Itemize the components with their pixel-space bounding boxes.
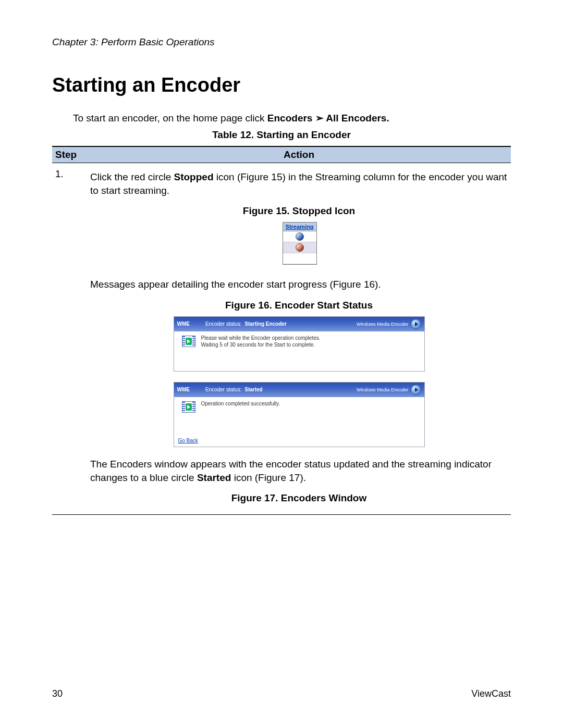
page-title: Starting an Encoder [52,74,511,96]
panel2-wme-label: WME [177,387,190,392]
encoder-status-panel-started: WME Encoder status: Started Windows Medi… [174,382,425,447]
intro-encoders: Encoders [267,113,313,124]
table-caption: Table 12. Starting an Encoder [52,129,511,141]
chapter-header: Chapter 3: Perform Basic Operations [52,36,511,48]
intro-prefix: To start an encoder, on the home page cl… [73,113,267,124]
encoder-row-empty [283,253,316,264]
table-starting-encoder: Step Action [52,146,511,163]
table-header-row: Step Action [52,147,511,163]
step1-bold-stopped: Stopped [174,171,214,182]
stopped-icon[interactable] [296,243,304,252]
play-icon [411,385,421,395]
table-row: 1. Click the red circle Stopped icon (Fi… [52,166,511,509]
after-paragraph: The Encoders window appears with the enc… [90,458,508,484]
panel2-msg: Operation completed successfully. [201,400,420,408]
figure15-image: Streaming [283,222,316,265]
footer-brand: ViewCast [471,688,511,699]
encoder-row-stopped [283,242,316,253]
encoder-status-panel-starting: WME Encoder status: Starting Encoder Win… [174,316,425,372]
panel1-msg2: Waiting 5 of 30 seconds for the Start to… [201,341,420,349]
step1-text: Click the red circle Stopped icon (Figur… [90,170,508,197]
intro-paragraph: To start an encoder, on the home page cl… [73,112,511,124]
encoder-row-started [283,231,316,242]
panel1-wme-label: WME [177,321,190,327]
step-number: 1. [52,168,87,509]
panel2-status-value: Started [244,387,262,392]
panel1-msg1: Please wait while the Encoder operation … [201,335,420,342]
after-bold-started: Started [197,472,231,483]
col-action: Action [87,147,511,163]
panel1-status-value: Starting Encoder [244,321,287,327]
intro-arrow: ➢ [312,113,326,124]
play-icon [411,319,421,329]
film-icon [182,336,195,347]
panel1-status-label: Encoder status: [205,321,241,327]
step1-pre: Click the red circle [90,171,174,182]
panel1-encoder-type: Windows Media Encoder [357,322,409,327]
go-back-link[interactable]: Go Back [178,438,198,443]
col-step: Step [52,147,87,163]
figure16-caption: Figure 16. Encoder Start Status [90,300,508,311]
figure15-caption: Figure 15. Stopped Icon [90,205,508,217]
started-icon[interactable] [296,232,304,241]
film-icon [182,401,195,413]
page-number: 30 [52,688,63,699]
streaming-column-header: Streaming [283,223,316,231]
progress-paragraph: Messages appear detailing the encoder st… [90,278,508,291]
figure17-caption: Figure 17. Encoders Window [90,492,508,504]
panel2-status-label: Encoder status: [205,387,241,392]
panel2-encoder-type: Windows Media Encoder [357,387,409,392]
section-rule [52,514,511,515]
after-post: icon (Figure 17). [231,472,306,483]
intro-all-encoders: All Encoders. [326,113,389,124]
